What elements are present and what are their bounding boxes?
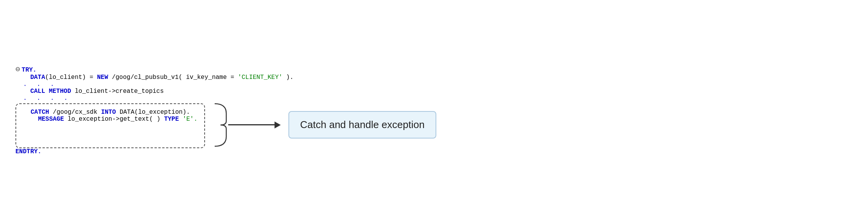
line2-class: /goog/cl_pubsub_v1( iv_key_name = — [108, 74, 238, 81]
keyword-new: NEW — [97, 74, 108, 81]
code-line-message: MESSAGE lo_exception->get_text( ) TYPE '… — [23, 116, 197, 123]
dashed-section-wrapper: CATCH /goog/cx_sdk INTO DATA(lo_exceptio… — [15, 102, 436, 148]
keyword-message: MESSAGE — [38, 116, 64, 123]
keyword-endtry: ENDTRY. — [15, 148, 41, 155]
keyword-try: TRY. — [22, 67, 36, 74]
code-line-call: CALL METHOD lo_client->create_topics — [15, 88, 436, 95]
code-line-try: ⊖TRY. — [15, 64, 436, 74]
line2-end: ). — [282, 74, 293, 81]
bracket-svg — [213, 102, 228, 148]
collapse-icon[interactable]: ⊖ — [15, 64, 20, 74]
code-line-catch: CATCH /goog/cx_sdk INTO DATA(lo_exceptio… — [23, 109, 197, 116]
string-client-key: 'CLIENT_KEY' — [238, 74, 282, 81]
keyword-type: TYPE — [164, 116, 179, 123]
dots1: . . . — [23, 81, 57, 88]
right-annotation-section: Catch and handle exception — [213, 102, 436, 148]
line4-indent — [15, 88, 30, 95]
msg-rest: lo_exception->get_text( ) — [64, 116, 164, 123]
main-container: ⊖TRY. DATA(lo_client) = NEW /goog/cl_pub… — [0, 0, 868, 219]
dots2: . . . . — [23, 95, 71, 102]
keyword-call: CALL METHOD — [30, 88, 71, 95]
keyword-catch: CATCH — [31, 109, 49, 116]
line4-rest: lo_client->create_topics — [71, 88, 164, 95]
line2-indent — [15, 74, 30, 81]
code-section: ⊖TRY. DATA(lo_client) = NEW /goog/cl_pub… — [15, 64, 436, 155]
code-line-data: DATA(lo_client) = NEW /goog/cl_pubsub_v1… — [15, 74, 436, 81]
catch-indent — [23, 109, 31, 116]
catch-data: DATA(lo_exception). — [116, 109, 190, 116]
dashed-highlight-box: CATCH /goog/cx_sdk INTO DATA(lo_exceptio… — [15, 103, 205, 148]
arrow-body — [228, 124, 275, 125]
keyword-data: DATA — [30, 74, 45, 81]
annotation-text: Catch and handle exception — [300, 119, 424, 130]
msg-indent — [23, 116, 38, 123]
line2-middle: (lo_client) = — [45, 74, 97, 81]
code-line-dots1: . . . — [15, 81, 436, 88]
keyword-into: INTO — [101, 109, 116, 116]
code-line-endtry: ENDTRY. — [15, 148, 436, 155]
arrow-connector — [228, 121, 281, 128]
arrow-head — [275, 121, 281, 128]
string-e: 'E'. — [179, 116, 197, 123]
catch-class: /goog/cx_sdk — [49, 109, 101, 116]
annotation-box: Catch and handle exception — [288, 111, 436, 139]
code-line-dots2: . . . . — [15, 95, 436, 102]
